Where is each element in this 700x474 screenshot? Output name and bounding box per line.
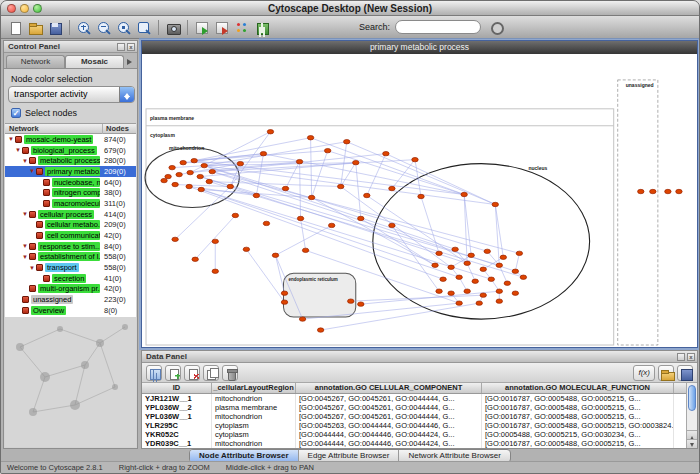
- network-node[interactable]: [212, 239, 218, 243]
- network-node[interactable]: [364, 193, 370, 197]
- float-data-panel-icon[interactable]: [677, 353, 685, 361]
- network-node[interactable]: [496, 289, 502, 293]
- network-node[interactable]: [512, 291, 518, 295]
- network-node[interactable]: [520, 275, 526, 279]
- tab-network[interactable]: Network: [6, 55, 65, 68]
- tree-item-macromolecule-[interactable]: macromolecule...311(0): [5, 198, 136, 209]
- network-node[interactable]: [496, 299, 502, 303]
- network-node[interactable]: [237, 161, 243, 165]
- network-node[interactable]: [201, 163, 207, 167]
- expander-icon[interactable]: ▼: [28, 263, 36, 273]
- tree-item-cellular-process[interactable]: ▼cellular process414(0): [5, 209, 136, 220]
- network-node[interactable]: [358, 302, 364, 306]
- network-node[interactable]: [260, 151, 266, 155]
- network-node[interactable]: [496, 263, 502, 267]
- tree-column-nodes[interactable]: Nodes: [102, 124, 129, 134]
- network-node[interactable]: [456, 275, 462, 279]
- column-header[interactable]: ID: [142, 383, 212, 393]
- control-panel-titlebar[interactable]: Control Panel x: [4, 41, 137, 53]
- close-panel-icon[interactable]: x: [127, 43, 135, 51]
- network-node[interactable]: [212, 269, 218, 273]
- network-node[interactable]: [500, 255, 506, 259]
- table-row[interactable]: YDR039C__1mitochondrion[GO:0044444, GO:0…: [142, 439, 686, 448]
- table-row[interactable]: YJR121W__1mitochondrion[GO:0045267, GO:0…: [142, 394, 686, 403]
- tree-item-nitrogen-compo-[interactable]: nitrogen compo...38(0): [5, 187, 136, 198]
- zoom-selected-icon[interactable]: [115, 19, 133, 37]
- network-node[interactable]: [492, 202, 498, 206]
- search-input[interactable]: [395, 20, 481, 34]
- trash-icon[interactable]: [222, 365, 238, 381]
- expander-icon[interactable]: ▼: [14, 145, 22, 155]
- network-node[interactable]: [191, 158, 197, 162]
- network-node[interactable]: [472, 279, 478, 283]
- scrollbar-thumb[interactable]: [688, 385, 696, 411]
- tree-column-network[interactable]: Network: [9, 124, 39, 134]
- expander-icon[interactable]: ▼: [28, 166, 36, 176]
- network-node[interactable]: [243, 247, 249, 251]
- network-node[interactable]: [197, 174, 203, 178]
- network-node[interactable]: [480, 267, 486, 271]
- network-node[interactable]: [317, 328, 323, 332]
- select-nodes-row[interactable]: Select nodes: [11, 108, 77, 118]
- network-node[interactable]: [348, 299, 354, 303]
- vizmapper-icon[interactable]: [233, 19, 251, 37]
- network-node[interactable]: [488, 277, 494, 281]
- network-node[interactable]: [302, 248, 308, 252]
- network-node[interactable]: [456, 301, 462, 305]
- tab-scroll-right-icon[interactable]: [124, 55, 135, 68]
- zoom-window-button[interactable]: [33, 4, 42, 13]
- import-table-icon[interactable]: [658, 365, 674, 381]
- network-node[interactable]: [358, 216, 364, 220]
- network-node[interactable]: [206, 179, 212, 183]
- network-node[interactable]: [187, 170, 193, 174]
- network-node[interactable]: [353, 160, 359, 164]
- network-node[interactable]: [324, 148, 330, 152]
- scroll-up-icon[interactable]: [687, 430, 697, 439]
- plugins-icon[interactable]: [253, 19, 271, 37]
- network-node[interactable]: [452, 247, 458, 251]
- network-node[interactable]: [227, 184, 233, 188]
- network-node[interactable]: [198, 187, 204, 191]
- export-table-icon[interactable]: [677, 365, 693, 381]
- network-node[interactable]: [299, 317, 305, 321]
- expander-icon[interactable]: ▼: [7, 134, 15, 144]
- network-node[interactable]: [650, 189, 656, 193]
- formula-builder-button[interactable]: f(x): [633, 365, 655, 381]
- attribute-copy-icon[interactable]: [203, 365, 219, 381]
- column-header[interactable]: annotation.GO CELLULAR_COMPONENT: [296, 383, 482, 393]
- network-node[interactable]: [296, 159, 302, 163]
- network-view-titlebar[interactable]: primary metabolic process: [142, 41, 697, 54]
- network-node[interactable]: [638, 189, 644, 193]
- window-titlebar[interactable]: Cytoscape Desktop (New Session): [1, 1, 699, 16]
- expander-icon[interactable]: ▼: [21, 252, 29, 262]
- network-node[interactable]: [484, 249, 490, 253]
- network-node[interactable]: [516, 251, 522, 255]
- tree-item-primary-metabo-[interactable]: ▼primary metabo...209(0): [5, 166, 136, 177]
- network-node[interactable]: [383, 151, 389, 155]
- chevron-updown-icon[interactable]: [119, 87, 134, 102]
- expander-icon[interactable]: ▼: [21, 209, 29, 219]
- network-node[interactable]: [172, 182, 178, 186]
- network-node[interactable]: [476, 301, 482, 305]
- network-node[interactable]: [665, 189, 671, 193]
- network-node[interactable]: [176, 172, 182, 176]
- tab-mosaic[interactable]: Mosaic: [65, 55, 124, 68]
- table-row[interactable]: YKR052Ccytoplasm[GO:0044444, GO:0044446,…: [142, 430, 686, 439]
- expander-icon[interactable]: ▼: [21, 241, 29, 251]
- tree-item-metabolic-process[interactable]: ▼metabolic process280(0): [5, 155, 136, 166]
- column-header[interactable]: _cellularLayoutRegion: [212, 383, 296, 393]
- attribute-create-icon[interactable]: [165, 365, 181, 381]
- network-node[interactable]: [169, 165, 175, 169]
- open-session-icon[interactable]: [26, 19, 44, 37]
- network-node[interactable]: [448, 291, 454, 295]
- network-node[interactable]: [281, 291, 287, 295]
- network-node[interactable]: [448, 265, 454, 269]
- network-node[interactable]: [165, 174, 171, 178]
- network-node[interactable]: [432, 263, 438, 267]
- network-node[interactable]: [282, 186, 288, 190]
- network-node[interactable]: [232, 213, 238, 217]
- network-node[interactable]: [436, 251, 442, 255]
- network-node[interactable]: [186, 184, 192, 188]
- network-node[interactable]: [461, 192, 467, 196]
- network-node[interactable]: [328, 223, 334, 227]
